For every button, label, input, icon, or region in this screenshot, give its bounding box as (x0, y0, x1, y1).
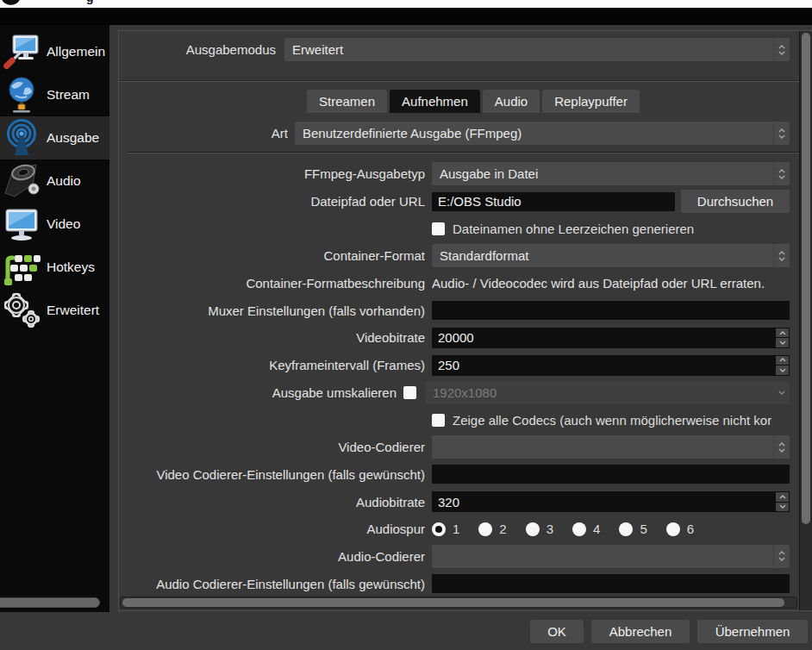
video-bitrate-spinner[interactable] (432, 328, 790, 348)
video-bitrate-input[interactable] (432, 328, 775, 348)
sidebar-item-audio[interactable]: Audio (0, 159, 109, 203)
audio-track-4-radio[interactable]: 4 (572, 522, 600, 536)
combo-dropdown-button (774, 381, 790, 404)
form-row: Muxer Einstellungen (falls vorhanden) (119, 297, 790, 324)
radio-icon[interactable] (572, 522, 586, 536)
audio-encoder-select[interactable] (432, 545, 790, 568)
tab-replaypuffer[interactable]: Replaypuffer (542, 90, 640, 113)
spin-down-button[interactable] (776, 366, 789, 375)
art-select[interactable]: Benutzerdefinierte Ausgabe (FFmpeg) (295, 122, 790, 145)
keyframe-interval-input[interactable] (432, 355, 775, 376)
radio-icon[interactable] (526, 522, 540, 536)
sidebar-horizontal-scrollbar[interactable] (0, 597, 109, 610)
radio-icon[interactable] (666, 522, 680, 536)
spin-up-button[interactable] (776, 356, 789, 366)
chevron-up-icon (779, 495, 786, 499)
keyframe-interval-spinner[interactable] (432, 355, 790, 376)
scrollbar-thumb[interactable] (802, 33, 810, 524)
chevron-down-icon (778, 134, 785, 139)
ok-button[interactable]: OK (530, 620, 584, 643)
show-all-codecs-checkbox[interactable] (432, 414, 445, 427)
tab-streamen[interactable]: Streamen (307, 90, 387, 113)
dialog-footer: OK Abbrechen Übernehmen (0, 612, 812, 650)
section-separator (119, 80, 812, 82)
form-row: Audio Codierer-Einstellungen (falls gewü… (119, 570, 790, 597)
window-titlebar (0, 8, 812, 25)
audio-track-5-radio[interactable]: 5 (619, 522, 646, 536)
sidebar-item-label: Audio (47, 173, 81, 189)
tab-aufnehmen[interactable]: Aufnehmen (390, 90, 480, 113)
form-row: Container-Formatbeschreibung Audio- / Vi… (119, 270, 790, 297)
combo-dropdown-button[interactable] (773, 244, 790, 267)
output-mode-row: Ausgabemodus Erweitert (119, 38, 790, 61)
spin-down-button[interactable] (776, 503, 789, 512)
audio-track-2-radio[interactable]: 2 (478, 522, 506, 536)
form-row: Container-Format Standardformat (119, 242, 790, 270)
audio-bitrate-spinner[interactable] (432, 491, 790, 512)
art-label: Art (119, 126, 288, 141)
combo-dropdown-button[interactable] (773, 38, 790, 61)
sidebar-item-allgemein[interactable]: Allgemein (0, 30, 109, 73)
sidebar-item-hotkeys[interactable]: Hotkeys (0, 246, 109, 289)
audio-bitrate-input[interactable] (432, 491, 775, 512)
video-encoder-settings-input[interactable] (432, 465, 790, 484)
chevron-up-icon (778, 551, 785, 555)
audio-icon (3, 162, 41, 200)
form-row: Audiospur 1 2 3 (119, 516, 790, 543)
no-spaces-checkbox[interactable] (432, 222, 445, 235)
sidebar-item-erweitert[interactable]: Erweitert (0, 289, 109, 332)
background-window-strip: g (0, 0, 812, 8)
container-format-select[interactable]: Standardformat (432, 244, 790, 267)
sidebar-item-label: Hotkeys (47, 259, 95, 275)
combo-dropdown-button[interactable] (773, 122, 790, 145)
audio-encoder-settings-input[interactable] (432, 574, 790, 593)
form-row: Audio-Codierer (119, 543, 790, 571)
settings-window: g Allgemein (0, 0, 812, 650)
radio-icon[interactable] (478, 522, 492, 536)
rescale-resolution-select[interactable]: 1920x1080 (425, 381, 790, 404)
sidebar-item-label: Ausgabe (47, 130, 99, 146)
combo-dropdown-button[interactable] (773, 435, 790, 459)
general-icon (3, 33, 41, 71)
sidebar-item-ausgabe[interactable]: Ausgabe (0, 116, 109, 159)
recording-type-row: Art Benutzerdefinierte Ausgabe (FFmpeg) (119, 122, 790, 145)
audio-track-3-radio[interactable]: 3 (526, 522, 553, 536)
combo-dropdown-button[interactable] (773, 545, 790, 568)
sidebar-item-label: Stream (47, 87, 90, 103)
spin-up-button[interactable] (776, 492, 789, 502)
sidebar-item-video[interactable]: Video (0, 203, 109, 246)
sidebar-item-label: Allgemein (47, 44, 105, 59)
scrollbar-thumb[interactable] (0, 597, 100, 608)
spin-down-button[interactable] (776, 338, 789, 347)
panel-vertical-scrollbar[interactable] (799, 31, 812, 610)
output-mode-select[interactable]: Erweitert (284, 38, 790, 61)
audio-track-radio-group: 1 2 3 4 5 (432, 522, 713, 536)
audio-track-1-radio[interactable]: 1 (432, 522, 459, 536)
rescale-output-checkbox[interactable] (403, 386, 416, 399)
panel-horizontal-scrollbar[interactable] (120, 597, 797, 609)
radio-checked-icon[interactable] (432, 522, 446, 536)
browse-button[interactable]: Durchsuchen (681, 190, 790, 213)
video-encoder-select[interactable] (432, 435, 790, 459)
cancel-button[interactable]: Abbrechen (591, 620, 690, 643)
radio-icon[interactable] (619, 522, 633, 536)
muxer-settings-input[interactable] (432, 301, 790, 320)
spin-up-button[interactable] (776, 328, 789, 338)
form-row: Audiobitrate (119, 488, 790, 516)
output-mode-value: Erweitert (284, 42, 773, 57)
output-tabs: Streamen Aufnehmen Audio Replaypuffer (307, 90, 640, 113)
file-path-input[interactable] (432, 192, 675, 211)
apply-button[interactable]: Übernehmen (697, 620, 808, 643)
combo-dropdown-button[interactable] (773, 162, 790, 185)
ffmpeg-output-type-select[interactable]: Ausgabe in Datei (432, 162, 790, 185)
audio-track-6-radio[interactable]: 6 (666, 522, 694, 536)
hotkeys-icon (3, 248, 41, 286)
sidebar-item-stream[interactable]: Stream (0, 73, 109, 116)
tab-audio[interactable]: Audio (483, 90, 540, 113)
chevron-down-icon (779, 341, 786, 345)
chevron-down-icon (778, 51, 785, 55)
form-row: Dateipfad oder URL Durchsuchen (119, 188, 790, 216)
chevron-up-icon (779, 358, 786, 362)
form-row: Ausgabe umskalieren 1920x1080 (119, 379, 790, 407)
scrollbar-thumb[interactable] (122, 598, 784, 607)
